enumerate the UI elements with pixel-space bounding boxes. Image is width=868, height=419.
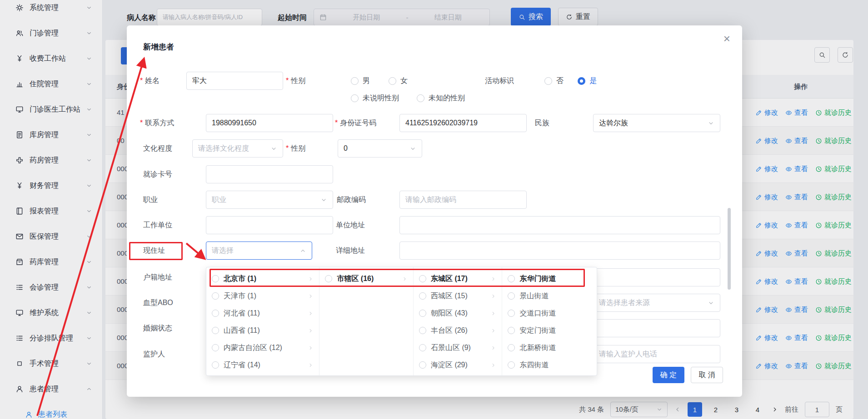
current-address-select[interactable]: 请选择: [206, 242, 312, 260]
cascader-option[interactable]: 市辖区 (16): [319, 270, 413, 287]
radio-icon[interactable]: [419, 310, 426, 317]
radio-gender-unknown[interactable]: 未知的性别: [417, 89, 465, 107]
cascader-option[interactable]: 山西省 (11): [206, 322, 319, 339]
cascader-option[interactable]: 河北省 (11): [206, 305, 319, 322]
chevron-down-icon: [270, 145, 277, 152]
cascader-option[interactable]: 东华门街道: [502, 270, 597, 287]
chevron-right-icon: [490, 293, 496, 299]
radio-icon: [544, 77, 552, 85]
blood-type-label: 血型ABO: [143, 294, 173, 312]
radio-icon[interactable]: [212, 275, 219, 282]
unit-address-input[interactable]: [399, 216, 720, 234]
cascader-option[interactable]: 景山街道: [502, 287, 597, 305]
marital-right-input[interactable]: [593, 319, 720, 337]
cascader-option[interactable]: 西城区 (15): [414, 287, 502, 305]
gender-code-select[interactable]: 0: [338, 139, 422, 158]
radio-active-yes[interactable]: 是: [578, 72, 597, 90]
gender-label: 性别: [286, 72, 305, 90]
radio-icon[interactable]: [419, 327, 426, 334]
id-number-input[interactable]: 411625192602039719: [399, 114, 527, 132]
work-unit-input[interactable]: [206, 216, 333, 234]
radio-icon[interactable]: [419, 361, 426, 369]
cascader-option[interactable]: 东城区 (17): [414, 270, 502, 287]
cascader-option[interactable]: 辽宁省 (14): [206, 356, 319, 374]
detail-address-input[interactable]: [399, 242, 720, 260]
current-address-label: 现住址: [143, 242, 165, 260]
cascader-option[interactable]: 安定门街道: [502, 322, 597, 339]
contact-input[interactable]: 19880991650: [206, 114, 333, 132]
radio-icon[interactable]: [212, 292, 219, 300]
marital-status-label: 婚姻状态: [143, 319, 172, 337]
radio-icon[interactable]: [419, 292, 426, 300]
education-select[interactable]: 请选择文化程度: [192, 139, 283, 158]
radio-icon[interactable]: [212, 310, 219, 317]
cascader-option[interactable]: 丰台区 (26): [414, 322, 502, 339]
radio-icon[interactable]: [508, 275, 515, 282]
cascader-option[interactable]: 北京市 (1): [206, 270, 319, 287]
add-patient-dialog: 新增患者 × 姓名 牢大 性别 男 女 活动标识 否 是 未说明性别 未知的性别…: [127, 25, 742, 397]
chevron-up-icon: [299, 247, 306, 254]
postal-code-input[interactable]: 请输入邮政编码: [399, 191, 527, 209]
radio-icon[interactable]: [508, 327, 515, 334]
postal-code-placeholder: 请输入邮政编码: [405, 195, 521, 205]
radio-icon[interactable]: [419, 344, 426, 351]
cascader-option[interactable]: 天津市 (1): [206, 287, 319, 305]
radio-icon[interactable]: [212, 361, 219, 369]
cascader-option-label: 东四街道: [519, 360, 581, 370]
id-number-value: 411625192602039719: [405, 119, 521, 127]
modal-scrollbar[interactable]: [728, 208, 731, 290]
occupation-placeholder: 职业: [212, 195, 317, 205]
gender-code-value: 0: [344, 144, 406, 153]
radio-icon[interactable]: [419, 275, 426, 282]
cascader-option[interactable]: 交道口街道: [502, 305, 597, 322]
radio-label: 男: [363, 76, 370, 86]
cascader-option[interactable]: 北新桥街道: [502, 339, 597, 356]
card-no-input[interactable]: [206, 165, 333, 183]
cascader-option-label: 北京市 (1): [224, 274, 303, 284]
radio-icon[interactable]: [508, 344, 515, 351]
ethnicity-label: 民族: [535, 114, 549, 132]
ethnicity-select[interactable]: 达斡尔族: [593, 114, 720, 132]
cascader-option[interactable]: 朝阳区 (43): [414, 305, 502, 322]
chevron-right-icon: [308, 276, 314, 282]
household-address-label: 户籍地址: [143, 268, 172, 286]
radio-icon[interactable]: [508, 361, 515, 369]
chevron-right-icon: [308, 362, 314, 368]
name-input[interactable]: 牢大: [186, 72, 283, 90]
chevron-right-icon: [308, 345, 314, 351]
radio-icon[interactable]: [325, 275, 332, 282]
cascader-option-label: 内蒙古自治区 (12): [224, 343, 303, 353]
cascader-option-label: 天津市 (1): [224, 291, 303, 301]
radio-gender-unspecified[interactable]: 未说明性别: [351, 89, 399, 107]
radio-gender-female[interactable]: 女: [389, 72, 408, 90]
guardian-label: 监护人: [143, 345, 165, 363]
cascader-option[interactable]: 东四街道: [502, 356, 597, 374]
id-number-label: 身份证号码: [335, 114, 376, 132]
radio-active-no[interactable]: 否: [544, 72, 564, 90]
radio-icon-checked: [578, 77, 585, 85]
close-icon[interactable]: ×: [723, 33, 730, 44]
education-placeholder: 请选择文化程度: [198, 144, 267, 153]
radio-icon: [389, 77, 396, 85]
radio-icon[interactable]: [508, 292, 515, 300]
occupation-select[interactable]: 职业: [206, 191, 333, 209]
cascader-column-district: 东城区 (17) 西城区 (15) 朝阳区 (43): [414, 267, 503, 375]
patient-source-select[interactable]: 请选择患者来源: [593, 294, 720, 312]
cascader-option-label: 石景山区 (9): [431, 343, 486, 353]
confirm-button[interactable]: 确 定: [653, 367, 684, 383]
cascader-option[interactable]: 石景山区 (9): [414, 339, 502, 356]
cascader-option[interactable]: 内蒙古自治区 (12): [206, 339, 319, 356]
card-no-label: 就诊卡号: [143, 165, 172, 183]
radio-icon[interactable]: [212, 327, 219, 334]
radio-gender-male[interactable]: 男: [351, 72, 370, 90]
radio-label: 女: [400, 76, 408, 86]
household-right-input[interactable]: [593, 268, 720, 286]
radio-icon[interactable]: [508, 310, 515, 317]
guardian-phone-input[interactable]: 请输入监护人电话: [593, 345, 720, 363]
radio-icon: [351, 77, 359, 85]
cascader-option[interactable]: 海淀区 (29): [414, 356, 502, 374]
radio-icon[interactable]: [212, 344, 219, 351]
cascader-option-label: 西城区 (15): [431, 291, 486, 301]
cancel-button[interactable]: 取 消: [691, 367, 723, 383]
cascader-option-label: 景山街道: [519, 291, 581, 301]
